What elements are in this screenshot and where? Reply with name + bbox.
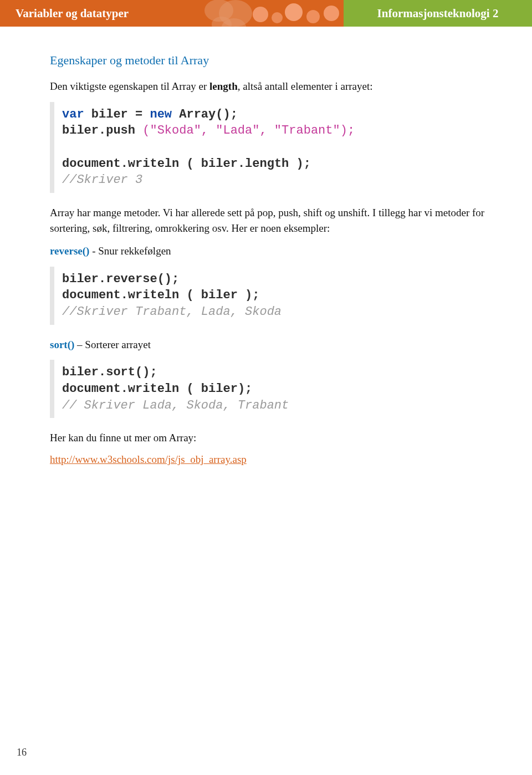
reverse-label: reverse(): [50, 245, 89, 257]
code-dot: .: [99, 124, 106, 137]
sort-label: sort(): [50, 339, 74, 350]
code-ident: document: [62, 288, 121, 302]
code-comment: //Skriver 3: [62, 173, 142, 187]
code-ident: biler: [62, 272, 99, 286]
code-args: ("Skoda", "Lada", "Trabant");: [135, 124, 355, 137]
page-number: 16: [17, 747, 27, 758]
header-left-text: Variabler og datatyper: [16, 7, 129, 21]
code-rest: .reverse();: [99, 272, 179, 286]
code-method-writeln: .writeln: [121, 382, 180, 396]
code-ident: document: [62, 382, 121, 396]
footer-text: Her kan du finne ut mer om Array:: [50, 430, 488, 446]
header-motif-icon: [249, 3, 344, 27]
butterfly-icon: [200, 0, 255, 27]
code-prop-length: .length: [238, 157, 289, 171]
code-ident: biler: [62, 365, 99, 379]
code-block-1: var biler = new Array(); biler.push ("Sk…: [50, 102, 488, 193]
code-kw-new: new: [150, 108, 172, 121]
header-right-title: Informasjonsteknologi 2: [344, 0, 532, 27]
svg-point-8: [324, 6, 339, 21]
code-arg: biler: [201, 382, 238, 396]
code-comment: // Skriver Lada, Skoda, Trabant: [62, 399, 289, 412]
intro-suffix: , altså antall elementer i arrayet:: [238, 80, 373, 92]
sort-heading: sort() – Sorterer arrayet: [50, 337, 488, 353]
footer-link[interactable]: http://www.w3schools.com/js/js_obj_array…: [50, 453, 247, 465]
code-ident: biler: [62, 124, 99, 137]
code-comment: //Skriver Trabant, Lada, Skoda: [62, 305, 282, 319]
code-ident: document: [62, 157, 121, 171]
code-eq: =: [128, 108, 150, 121]
code-block-3: biler.sort(); document.writeln ( biler);…: [50, 360, 488, 418]
code-open: (: [179, 157, 201, 171]
mid-paragraph: Array har mange metoder. Vi har allerede…: [50, 205, 488, 236]
code-kw-var: var: [62, 108, 84, 121]
code-close: );: [238, 288, 260, 302]
code-arg: biler: [201, 288, 238, 302]
code-rest: .sort();: [99, 365, 157, 379]
reverse-heading: reverse() - Snur rekkefølgen: [50, 243, 488, 259]
page-content: Egenskaper og metoder til Array Den vikt…: [0, 27, 532, 466]
intro-term: length: [209, 80, 238, 92]
svg-point-5: [272, 12, 283, 23]
code-method-push: push: [106, 124, 135, 137]
code-arg: biler: [201, 157, 238, 171]
intro-paragraph: Den viktigste egenskapen til Array er le…: [50, 79, 488, 94]
header-left-title: Variabler og datatyper: [0, 0, 344, 27]
svg-point-4: [253, 7, 268, 22]
code-method-writeln: .writeln: [121, 288, 180, 302]
header-right-text: Informasjonsteknologi 2: [377, 7, 499, 21]
section-heading: Egenskaper og metoder til Array: [50, 53, 488, 68]
reverse-desc: - Snur rekkefølgen: [89, 245, 171, 257]
code-close: );: [289, 157, 311, 171]
svg-point-7: [306, 10, 320, 23]
code-array-call: Array();: [172, 108, 238, 121]
code-block-2: biler.reverse(); document.writeln ( bile…: [50, 267, 488, 325]
code-method-writeln: .writeln: [121, 157, 180, 171]
code-open: (: [179, 288, 201, 302]
intro-prefix: Den viktigste egenskapen til Array er: [50, 80, 209, 92]
code-close: );: [238, 382, 252, 396]
svg-point-6: [285, 3, 303, 21]
sort-desc: – Sorterer arrayet: [74, 339, 151, 350]
code-open: (: [179, 382, 201, 396]
page-header: Variabler og datatyper Informasjonstekno…: [0, 0, 532, 27]
code-ident-biler: biler: [91, 108, 128, 121]
